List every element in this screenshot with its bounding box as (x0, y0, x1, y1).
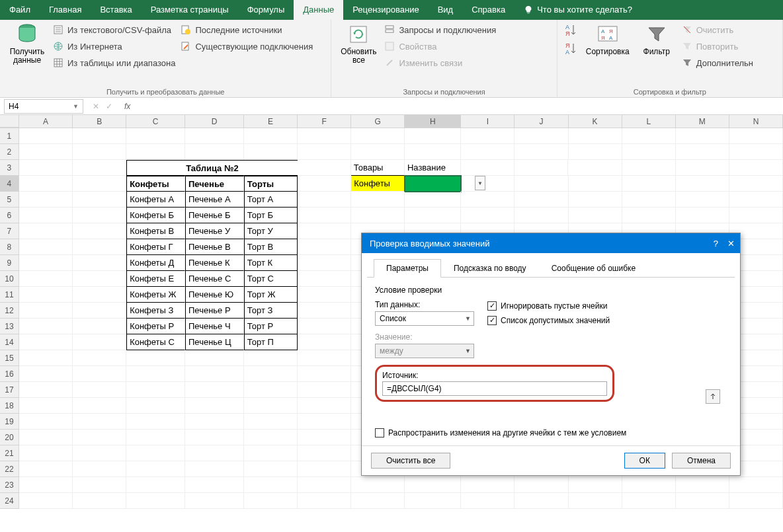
cell[interactable] (298, 176, 351, 192)
cell[interactable] (73, 160, 126, 176)
formula-input[interactable] (136, 99, 783, 114)
row-header[interactable]: 7 (0, 223, 19, 239)
cell[interactable] (19, 239, 73, 255)
cell[interactable] (622, 493, 676, 509)
cell[interactable]: Конфеты А (126, 192, 185, 208)
cell[interactable] (298, 208, 351, 223)
row-header[interactable]: 15 (0, 350, 19, 366)
cell[interactable]: Торт В (244, 239, 298, 255)
cell[interactable] (676, 477, 729, 493)
sort-za-icon[interactable]: ЯА (564, 41, 577, 57)
cell[interactable] (185, 445, 244, 461)
cell[interactable] (19, 176, 73, 192)
cell[interactable] (19, 223, 73, 239)
row-header[interactable]: 5 (0, 192, 19, 208)
cell[interactable] (73, 430, 126, 445)
cell[interactable]: Конфеты Б (126, 208, 185, 223)
cell[interactable] (461, 208, 515, 223)
cell[interactable] (729, 176, 783, 192)
cell[interactable] (19, 128, 73, 144)
cell[interactable]: Торт У (244, 223, 298, 239)
cell[interactable] (515, 208, 568, 223)
cell[interactable] (298, 192, 351, 208)
cell[interactable] (244, 461, 298, 477)
cell[interactable] (622, 160, 676, 176)
cell[interactable] (729, 144, 783, 160)
cell[interactable] (298, 382, 351, 398)
cell[interactable] (73, 208, 126, 223)
col-header[interactable]: B (73, 115, 126, 128)
cell[interactable] (298, 271, 351, 287)
cell[interactable] (126, 461, 185, 477)
col-header[interactable]: G (351, 115, 405, 128)
tab-formulas[interactable]: Формулы (238, 0, 294, 20)
cell[interactable] (73, 366, 126, 382)
cell[interactable] (515, 477, 568, 493)
existing-conn-button[interactable]: Существующие подключения (181, 39, 313, 54)
cell[interactable] (351, 128, 405, 144)
cell[interactable] (298, 319, 351, 334)
cell[interactable] (461, 128, 515, 144)
cell[interactable] (622, 176, 676, 192)
advanced-filter-button[interactable]: Дополнительн (682, 56, 753, 70)
row-header[interactable]: 14 (0, 334, 19, 350)
cell[interactable] (298, 255, 351, 271)
cell[interactable]: Печенье (185, 176, 244, 192)
cell[interactable] (405, 128, 461, 144)
cell[interactable]: Торт С (244, 271, 298, 287)
cell[interactable] (185, 477, 244, 493)
cell[interactable] (729, 477, 783, 493)
cell[interactable] (298, 334, 351, 350)
cell[interactable] (19, 303, 73, 319)
from-csv-button[interactable]: Из текстового/CSV-файла (53, 22, 175, 37)
cell[interactable] (244, 382, 298, 398)
cell[interactable] (244, 128, 298, 144)
cell[interactable]: Торт З (244, 303, 298, 319)
clear-all-button[interactable]: Очистить все (371, 453, 450, 469)
cell[interactable] (405, 493, 461, 509)
cell[interactable] (515, 192, 568, 208)
help-icon[interactable]: ? (714, 239, 718, 248)
cell[interactable] (298, 144, 351, 160)
reapply-button[interactable]: Повторить (682, 39, 753, 54)
cell[interactable]: Печенье С (185, 271, 244, 287)
tab-page-layout[interactable]: Разметка страницы (142, 0, 238, 20)
cell[interactable] (19, 430, 73, 445)
cell[interactable] (569, 208, 622, 223)
cell[interactable] (244, 477, 298, 493)
cell[interactable]: Конфеты (351, 176, 405, 192)
cell[interactable] (461, 144, 515, 160)
cell[interactable] (351, 477, 405, 493)
from-web-button[interactable]: Из Интернета (53, 39, 175, 54)
tab-insert[interactable]: Вставка (91, 0, 141, 20)
row-header[interactable]: 1 (0, 128, 19, 144)
cell[interactable] (126, 445, 185, 461)
cell[interactable]: Товары (351, 160, 405, 176)
row-header[interactable]: 6 (0, 208, 19, 223)
cell[interactable] (126, 430, 185, 445)
cell[interactable] (569, 192, 622, 208)
properties-button[interactable]: Свойства (384, 39, 496, 54)
cell[interactable]: Печенье К (185, 255, 244, 271)
sort-button[interactable]: АЯЯА Сортировка (584, 22, 632, 56)
cell[interactable] (298, 366, 351, 382)
row-header[interactable]: 10 (0, 271, 19, 287)
cell[interactable] (19, 208, 73, 223)
cell[interactable] (298, 430, 351, 445)
cell[interactable]: Торт Б (244, 208, 298, 223)
cell[interactable]: Конфеты С (126, 334, 185, 350)
cell[interactable] (676, 493, 729, 509)
cell[interactable] (19, 350, 73, 366)
col-header[interactable]: M (676, 115, 729, 128)
cell[interactable] (126, 144, 185, 160)
cell[interactable] (19, 382, 73, 398)
queries-button[interactable]: Запросы и подключения (384, 22, 496, 37)
cell[interactable] (19, 287, 73, 303)
cell[interactable] (73, 303, 126, 319)
cell[interactable] (19, 461, 73, 477)
cell[interactable] (73, 223, 126, 239)
cell[interactable] (19, 319, 73, 334)
tab-view[interactable]: Вид (429, 0, 463, 20)
type-select[interactable]: Список▼ (375, 311, 474, 326)
cell[interactable] (622, 208, 676, 223)
